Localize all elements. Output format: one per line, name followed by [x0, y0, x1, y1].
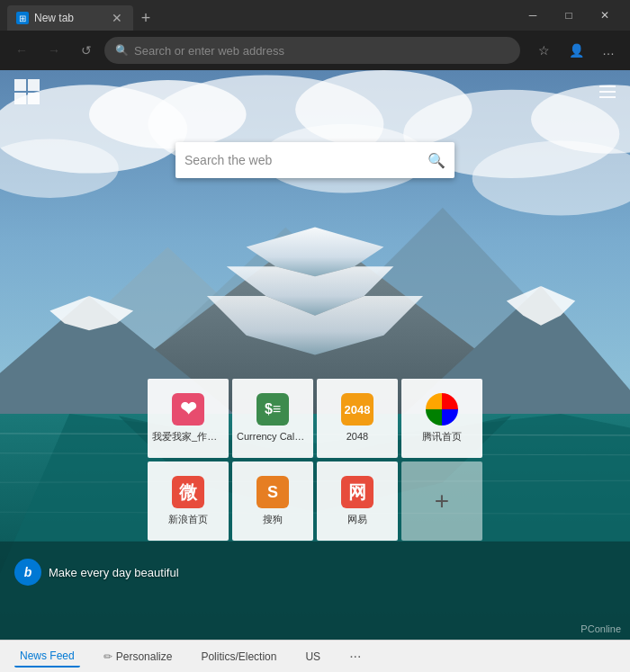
- content-toolbar: [0, 79, 630, 104]
- us-label: US: [305, 650, 320, 663]
- tiles-container: ❤ 我爱我家_作者... $≡ Currency Calcu... 2048 2…: [148, 379, 482, 541]
- watermark: PConline: [580, 620, 621, 636]
- search-box: 🔍: [176, 142, 454, 178]
- tile-1-icon: ❤: [172, 393, 204, 426]
- more-button[interactable]: …: [594, 36, 623, 65]
- profile-button[interactable]: 👤: [562, 36, 590, 65]
- hamburger-line-1: [599, 85, 616, 87]
- tile-7-icon: 网: [341, 476, 374, 508]
- hamburger-line-3: [599, 96, 616, 98]
- favorites-button[interactable]: ☆: [529, 36, 558, 65]
- maximize-button[interactable]: □: [551, 0, 587, 31]
- nav-more[interactable]: ···: [344, 645, 366, 668]
- bing-branding: b Make every day beautiful: [14, 559, 179, 586]
- nav-politics[interactable]: Politics/Election: [195, 647, 282, 667]
- tile-5[interactable]: 微 新浪首页: [148, 461, 229, 541]
- search-container: 🔍: [176, 142, 454, 178]
- tile-1[interactable]: ❤ 我爱我家_作者...: [148, 379, 229, 458]
- tile-5-label: 新浪首页: [168, 514, 208, 525]
- tile-6-label: 搜狗: [263, 514, 283, 525]
- tab-area: New tab ✕ +: [7, 0, 511, 31]
- news-feed-label: News Feed: [20, 650, 75, 662]
- tile-4-label: 腾讯首页: [422, 431, 462, 443]
- tile-2-label: Currency Calcu...: [237, 431, 309, 443]
- bing-logo: b: [14, 559, 41, 586]
- nav-us[interactable]: US: [300, 647, 326, 667]
- active-tab[interactable]: New tab ✕: [7, 5, 133, 31]
- tile-3-label: 2048: [346, 431, 368, 443]
- browser-content: 🔍 ❤ 我爱我家_作者... $≡ Currency Calcu... 2048…: [0, 70, 630, 640]
- politics-label: Politics/Election: [201, 650, 276, 663]
- tile-6-icon: S: [256, 476, 289, 508]
- tile-1-label: 我爱我家_作者...: [152, 431, 224, 443]
- forward-button[interactable]: →: [40, 36, 68, 65]
- search-input[interactable]: [184, 153, 428, 167]
- hamburger-line-2: [599, 91, 616, 93]
- tab-title: New tab: [34, 12, 104, 24]
- address-bar: ← → ↺ 🔍 ☆ 👤 …: [0, 31, 630, 70]
- tile-2-icon: $≡: [256, 393, 289, 426]
- windows-logo[interactable]: [14, 79, 40, 104]
- svg-rect-28: [0, 542, 630, 640]
- windows-logo-q4: [28, 93, 40, 104]
- tile-4-icon: ⬤: [426, 393, 458, 426]
- add-icon: +: [435, 487, 449, 515]
- nav-personalize[interactable]: ✏ Personalize: [98, 647, 178, 667]
- watermark-text: PConline: [580, 623, 621, 634]
- address-search-icon: 🔍: [115, 44, 129, 57]
- minimize-button[interactable]: ─: [515, 0, 551, 31]
- new-tab-button[interactable]: +: [133, 5, 158, 31]
- nav-news-feed[interactable]: News Feed: [14, 646, 80, 668]
- tile-2[interactable]: $≡ Currency Calcu...: [232, 379, 313, 458]
- back-button[interactable]: ←: [7, 36, 36, 65]
- personalize-label: Personalize: [116, 650, 173, 663]
- tile-3-icon: 2048: [341, 393, 374, 426]
- more-icon: ···: [349, 649, 361, 665]
- close-button[interactable]: ✕: [587, 0, 623, 31]
- tile-6[interactable]: S 搜狗: [232, 461, 313, 541]
- tile-5-icon: 微: [172, 476, 204, 508]
- address-input-container: 🔍: [104, 37, 520, 64]
- tile-4[interactable]: ⬤ 腾讯首页: [401, 379, 482, 458]
- windows-logo-q3: [14, 93, 26, 104]
- windows-logo-q1: [14, 79, 26, 91]
- address-actions: ☆ 👤 …: [529, 36, 623, 65]
- title-bar: New tab ✕ + ─ □ ✕: [0, 0, 630, 31]
- tab-favicon: [16, 12, 29, 24]
- bottom-bar: News Feed ✏ Personalize Politics/Electio…: [0, 640, 630, 672]
- window-controls: ─ □ ✕: [515, 0, 623, 31]
- tile-add[interactable]: +: [401, 461, 482, 541]
- tile-7[interactable]: 网 网易: [317, 461, 398, 541]
- address-input[interactable]: [134, 44, 509, 58]
- personalize-icon: ✏: [104, 650, 112, 663]
- tile-3[interactable]: 2048 2048: [317, 379, 398, 458]
- refresh-button[interactable]: ↺: [72, 36, 101, 65]
- search-icon[interactable]: 🔍: [428, 152, 446, 169]
- hamburger-menu-button[interactable]: [599, 85, 616, 98]
- tab-close-button[interactable]: ✕: [110, 11, 124, 25]
- tile-7-label: 网易: [347, 514, 367, 525]
- bing-tagline: Make every day beautiful: [49, 566, 179, 579]
- windows-logo-q2: [28, 79, 40, 91]
